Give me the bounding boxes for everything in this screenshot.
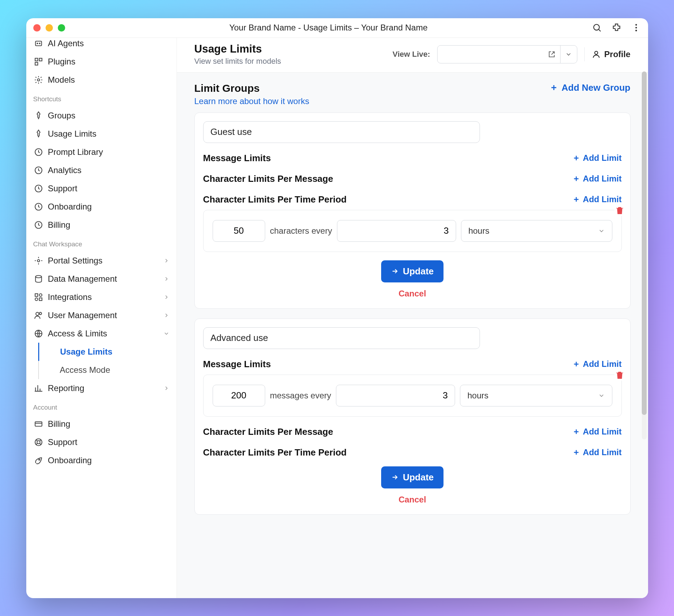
svg-point-28 (37, 440, 40, 444)
sidebar-item-onboarding[interactable]: Onboarding (26, 198, 177, 216)
sidebar-item-ai-agents[interactable]: AI Agents (26, 39, 177, 53)
sidebar-item-plugins[interactable]: Plugins (26, 53, 177, 71)
scrollbar-thumb[interactable] (642, 71, 647, 415)
add-limit-button[interactable]: Add Limit (572, 153, 622, 163)
add-limit-button[interactable]: Add Limit (572, 427, 622, 437)
cancel-button[interactable]: Cancel (203, 289, 622, 299)
unit-select[interactable]: hours (460, 385, 612, 406)
scrollbar[interactable] (642, 71, 647, 439)
sidebar-item-account-onboarding[interactable]: Onboarding (26, 451, 177, 470)
svg-rect-26 (35, 422, 42, 426)
chevron-down-icon (598, 392, 605, 399)
svg-line-1 (599, 29, 600, 31)
amount-input[interactable] (213, 220, 265, 242)
sidebar-item-billing[interactable]: Billing (26, 216, 177, 234)
view-live-label: View Live: (393, 50, 430, 59)
chevron-right-icon (163, 258, 170, 264)
sidebar-section-shortcuts: Shortcuts (26, 89, 177, 107)
sidebar-item-portal-settings[interactable]: Portal Settings (26, 252, 177, 270)
learn-more-link[interactable]: Learn more about how it works (194, 96, 309, 106)
chevron-right-icon (163, 385, 170, 391)
messages-every-label: messages every (270, 391, 331, 401)
search-icon[interactable] (592, 23, 602, 33)
sidebar-item-reporting[interactable]: Reporting (26, 379, 177, 397)
delete-limit-button[interactable] (614, 205, 625, 216)
svg-rect-9 (39, 58, 42, 61)
rocket-icon (34, 456, 43, 465)
svg-rect-8 (35, 58, 38, 61)
page-header: Usage Limits View set limits for models … (177, 38, 648, 73)
sidebar-item-integrations[interactable]: Integrations (26, 288, 177, 306)
database-icon (34, 274, 43, 283)
add-limit-button[interactable]: Add Limit (572, 194, 622, 204)
card-icon (34, 419, 43, 429)
unit-select[interactable]: hours (461, 220, 612, 242)
every-input[interactable] (337, 220, 456, 242)
gear-icon (34, 256, 43, 265)
window-minimize-button[interactable] (46, 24, 53, 32)
cancel-button[interactable]: Cancel (203, 495, 622, 505)
page-title: Usage Limits (194, 43, 393, 55)
svg-point-7 (39, 43, 40, 43)
add-limit-button[interactable]: Add Limit (572, 447, 622, 457)
group-name-input[interactable] (203, 327, 480, 349)
globe-icon (34, 329, 43, 338)
delete-limit-button[interactable] (614, 370, 625, 381)
sidebar-sub-usage-limits[interactable]: Usage Limits (38, 343, 177, 361)
clock-icon (34, 184, 43, 193)
svg-point-0 (593, 25, 599, 30)
pin-icon (34, 129, 43, 138)
svg-point-21 (39, 294, 42, 296)
sidebar-item-models[interactable]: Models (26, 71, 177, 89)
chevron-right-icon (163, 312, 170, 319)
group-card: Message Limits Add Limit Character Limit… (194, 112, 631, 309)
sidebar-item-prompt-library[interactable]: Prompt Library (26, 143, 177, 161)
add-new-group-button[interactable]: Add New Group (550, 82, 630, 93)
sidebar-item-access-limits[interactable]: Access & Limits (26, 324, 177, 343)
amount-input[interactable] (213, 385, 265, 406)
add-limit-button[interactable]: Add Limit (572, 359, 622, 369)
svg-point-30 (594, 51, 598, 54)
sidebar-item-user-management[interactable]: User Management (26, 306, 177, 324)
update-button[interactable]: Update (381, 466, 443, 488)
sidebar-item-account-billing[interactable]: Billing (26, 415, 177, 433)
sidebar-item-support[interactable]: Support (26, 179, 177, 198)
sidebar-sub-access-mode[interactable]: Access Mode (38, 361, 177, 379)
clock-icon (34, 148, 43, 157)
clock-icon (34, 166, 43, 175)
svg-rect-19 (35, 294, 38, 296)
user-icon (592, 50, 601, 59)
every-input[interactable] (336, 385, 455, 406)
update-button[interactable]: Update (381, 260, 443, 282)
extension-icon[interactable] (612, 23, 621, 33)
section-message-limits: Message Limits (203, 359, 271, 370)
sidebar-item-data-management[interactable]: Data Management (26, 270, 177, 288)
titlebar: Your Brand Name - Usage Limits – Your Br… (26, 18, 648, 38)
chevron-down-icon[interactable] (560, 46, 577, 63)
limit-groups-title: Limit Groups (194, 82, 309, 94)
sidebar-item-account-support[interactable]: Support (26, 433, 177, 451)
page-subtitle: View set limits for models (194, 57, 393, 66)
svg-rect-20 (39, 298, 42, 301)
sidebar-item-label: Models (48, 75, 75, 85)
group-name-input[interactable] (203, 121, 480, 143)
svg-rect-10 (35, 62, 38, 65)
svg-rect-5 (35, 41, 41, 46)
plugins-icon (34, 57, 43, 66)
limit-row: messages every hours (203, 375, 622, 417)
chevron-right-icon (163, 276, 170, 282)
support-icon (34, 438, 43, 447)
sidebar-item-analytics[interactable]: Analytics (26, 161, 177, 179)
window-maximize-button[interactable] (58, 24, 65, 32)
view-live-select[interactable] (437, 45, 577, 63)
svg-point-2 (635, 24, 637, 26)
add-limit-button[interactable]: Add Limit (572, 174, 622, 184)
window-close-button[interactable] (33, 24, 41, 32)
svg-point-4 (635, 30, 637, 32)
profile-button[interactable]: Profile (592, 49, 631, 59)
sidebar-item-groups[interactable]: Groups (26, 107, 177, 125)
sidebar-item-usage-limits[interactable]: Usage Limits (26, 125, 177, 143)
chart-icon (34, 384, 43, 393)
external-link-icon[interactable] (543, 50, 560, 58)
more-icon[interactable] (631, 23, 641, 33)
